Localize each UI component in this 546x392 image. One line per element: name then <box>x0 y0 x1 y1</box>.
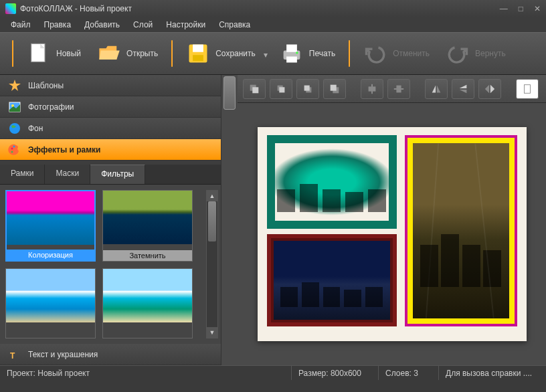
open-button[interactable]: Открыть <box>90 37 165 70</box>
menu-edit[interactable]: Правка <box>39 19 77 31</box>
canvas-viewport[interactable] <box>238 103 546 365</box>
menu-help[interactable]: Справка <box>213 19 256 31</box>
menu-bar: Файл Правка Добавить Слой Настройки Спра… <box>0 17 546 32</box>
category-label: Текст и украшения <box>28 350 98 359</box>
title-bar: ФотоКОЛЛАЖ - Новый проект — □ ✕ <box>0 0 546 17</box>
svg-rect-3 <box>193 55 203 61</box>
redo-button[interactable]: Вернуть <box>439 37 513 70</box>
layer-back-button[interactable] <box>243 79 266 99</box>
menu-layer[interactable]: Слой <box>128 19 158 31</box>
mirror-button[interactable] <box>478 79 501 99</box>
collage-photo-3[interactable] <box>405 135 517 326</box>
redo-icon <box>446 41 470 66</box>
layer-backward-button[interactable] <box>270 79 292 99</box>
menu-add[interactable]: Добавить <box>79 19 125 31</box>
status-layers-label: Слоев: <box>385 369 412 378</box>
new-button[interactable]: Новый <box>20 37 88 70</box>
svg-rect-18 <box>279 87 284 92</box>
thumbnails-scrollbar[interactable]: ▲ ▼ <box>206 190 218 338</box>
status-project: Проект: Новый проект <box>0 366 292 380</box>
filter-darken[interactable]: Затемнить <box>102 190 193 262</box>
print-button[interactable]: Печать <box>273 37 342 70</box>
category-templates[interactable]: Шаблоны <box>0 75 221 96</box>
align-center-h-button[interactable] <box>361 79 383 99</box>
scroll-up-icon[interactable]: ▲ <box>207 191 217 201</box>
align-center-v-button[interactable] <box>387 79 410 99</box>
maximize-button[interactable]: □ <box>519 4 523 13</box>
status-project-name: Новый проект <box>37 369 90 378</box>
toolbar-separator <box>349 40 350 67</box>
scrollbar-thumb[interactable] <box>223 76 236 110</box>
save-button[interactable]: Сохранить <box>179 37 262 70</box>
svg-point-7 <box>296 52 298 54</box>
category-photos[interactable]: Фотографии <box>0 96 221 118</box>
status-size-label: Размер: <box>298 369 329 378</box>
save-dropdown-icon[interactable]: ▾ <box>264 50 270 57</box>
close-button[interactable]: ✕ <box>534 4 541 13</box>
canvas-toolbar <box>238 75 546 103</box>
collage-canvas[interactable] <box>258 127 527 341</box>
svg-point-13 <box>11 151 13 153</box>
printer-icon <box>280 41 304 66</box>
canvas-area <box>238 75 546 365</box>
flip-h-button[interactable] <box>425 79 448 99</box>
status-bar: Проект: Новый проект Размер: 800x600 Сло… <box>0 365 546 380</box>
filter-caption: Затемнить <box>103 250 192 261</box>
scrollbar-thumb[interactable] <box>208 201 216 241</box>
window-title: ФотоКОЛЛАЖ - Новый проект <box>20 4 132 13</box>
svg-rect-26 <box>396 85 401 92</box>
photo-icon <box>8 100 21 114</box>
category-label: Шаблоны <box>28 81 64 90</box>
svg-rect-24 <box>369 86 376 91</box>
status-project-label: Проект: <box>7 369 35 378</box>
svg-point-10 <box>9 123 20 134</box>
filter-item[interactable] <box>102 268 193 338</box>
save-label: Сохранить <box>215 49 256 58</box>
svg-rect-6 <box>286 57 297 63</box>
tab-masks[interactable]: Маски <box>45 165 90 184</box>
layer-front-button[interactable] <box>323 79 346 99</box>
star-icon <box>8 79 21 92</box>
filter-preview <box>6 269 95 322</box>
open-label: Открыть <box>126 49 158 58</box>
collage-photo-1[interactable] <box>267 135 397 229</box>
status-layers: Слоев: 3 <box>379 366 439 380</box>
svg-rect-16 <box>252 87 258 93</box>
layer-forward-button[interactable] <box>296 79 319 99</box>
category-label: Эффекты и рамки <box>28 145 101 155</box>
tab-filters[interactable]: Фильтры <box>90 165 145 184</box>
svg-rect-2 <box>193 45 203 52</box>
flip-v-button[interactable] <box>452 79 474 99</box>
status-help: Для вызова справки .... <box>439 366 546 380</box>
status-size: Размер: 800x600 <box>292 366 379 380</box>
minimize-button[interactable]: — <box>500 4 508 13</box>
status-layers-value: 3 <box>414 369 418 378</box>
svg-rect-20 <box>304 85 310 90</box>
category-background[interactable]: Фон <box>0 118 221 139</box>
category-text[interactable]: T Текст и украшения <box>0 344 221 365</box>
tab-frames[interactable]: Рамки <box>0 165 45 184</box>
sidebar-scrollbar[interactable] <box>221 75 238 365</box>
print-label: Печать <box>309 49 335 58</box>
svg-rect-22 <box>331 84 337 90</box>
page-button[interactable] <box>516 79 539 99</box>
category-label: Фотографии <box>28 102 74 112</box>
effects-tabs: Рамки Маски Фильтры <box>0 165 221 185</box>
undo-button[interactable]: Отменить <box>357 37 436 70</box>
text-icon: T <box>8 348 21 361</box>
floppy-icon <box>186 41 210 66</box>
undo-label: Отменить <box>393 49 430 58</box>
new-label: Новый <box>56 49 81 58</box>
menu-settings[interactable]: Настройки <box>161 19 211 31</box>
svg-text:T: T <box>10 351 15 361</box>
category-effects[interactable]: Эффекты и рамки <box>0 139 221 161</box>
filter-item[interactable] <box>5 268 96 338</box>
toolbar-separator <box>171 40 173 67</box>
menu-file[interactable]: Файл <box>5 19 36 31</box>
app-icon <box>5 3 16 14</box>
scroll-down-icon[interactable]: ▼ <box>207 327 217 338</box>
collage-photo-2[interactable] <box>267 234 397 326</box>
svg-rect-27 <box>525 84 531 93</box>
sidebar: Шаблоны Фотографии Фон Эффекты и рамки Р… <box>0 75 238 365</box>
filter-colorize[interactable]: Колоризация <box>5 190 96 262</box>
